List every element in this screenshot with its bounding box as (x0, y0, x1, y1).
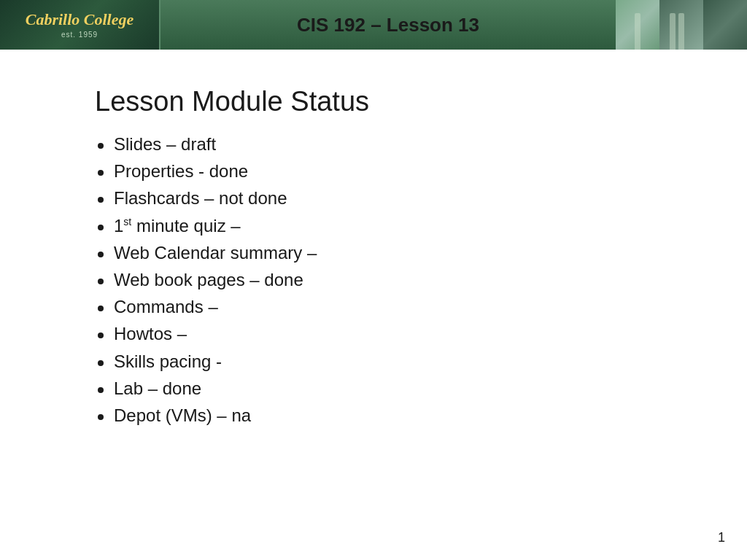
list-item: 1st minute quiz – (95, 212, 652, 239)
bullet-dot (98, 306, 104, 311)
list-item: Depot (VMs) – na (95, 402, 652, 429)
list-item: Slides – draft (95, 131, 652, 158)
list-item: Skills pacing - (95, 348, 652, 375)
bullet-dot (98, 360, 104, 366)
bullet-dot (98, 225, 104, 230)
logo-area: Cabrillo College est. 1959 (0, 0, 160, 50)
bullet-dot (98, 252, 104, 257)
bullet-dot (98, 387, 104, 393)
bullet-list: Slides – draft Properties - done Flashca… (95, 131, 652, 429)
list-item: Howtos – (95, 320, 652, 347)
slide-content: Lesson Module Status Slides – draft Prop… (0, 50, 747, 560)
list-item: Web Calendar summary – (95, 239, 652, 266)
list-item: Commands – (95, 293, 652, 320)
bullet-dot (98, 279, 104, 284)
list-item: Properties - done (95, 158, 652, 184)
bullet-text-webbook: Web book pages – done (114, 266, 652, 293)
logo-subtext: est. 1959 (26, 31, 134, 39)
list-item: Web book pages – done (95, 266, 652, 293)
list-item: Flashcards – not done (95, 184, 652, 211)
bullet-dot (98, 332, 104, 338)
bullet-dot (98, 170, 104, 176)
bullet-dot (98, 197, 104, 203)
bullet-text-lab: Lab – done (114, 375, 652, 402)
list-item: Lab – done (95, 375, 652, 402)
logo-name: Cabrillo College (26, 11, 134, 28)
bullet-text-minutequiz: 1st minute quiz – (114, 212, 652, 239)
header-title-area: CIS 192 – Lesson 13 (160, 14, 616, 36)
superscript-st: st (123, 216, 131, 228)
header-image-2 (659, 0, 703, 50)
header-image-3 (703, 0, 747, 50)
bullet-text-slides: Slides – draft (114, 131, 652, 158)
header-title: CIS 192 – Lesson 13 (297, 14, 479, 36)
slide-header: Cabrillo College est. 1959 CIS 192 – Les… (0, 0, 747, 50)
bullet-text-webcalendar: Web Calendar summary – (114, 239, 652, 266)
bullet-dot (98, 143, 104, 149)
header-image-1 (616, 0, 659, 50)
bullet-text-howtos: Howtos – (114, 320, 652, 347)
logo: Cabrillo College est. 1959 (26, 11, 134, 38)
bullet-text-commands: Commands – (114, 293, 652, 320)
page-number: 1 (718, 530, 725, 545)
header-decoration (616, 0, 747, 50)
bullet-text-properties: Properties - done (114, 158, 652, 184)
bullet-text-depot: Depot (VMs) – na (114, 402, 652, 429)
bullet-text-flashcards: Flashcards – not done (114, 184, 652, 211)
bullet-dot (98, 414, 104, 420)
bullet-text-skillspacing: Skills pacing - (114, 348, 652, 375)
slide-title: Lesson Module Status (95, 86, 652, 117)
